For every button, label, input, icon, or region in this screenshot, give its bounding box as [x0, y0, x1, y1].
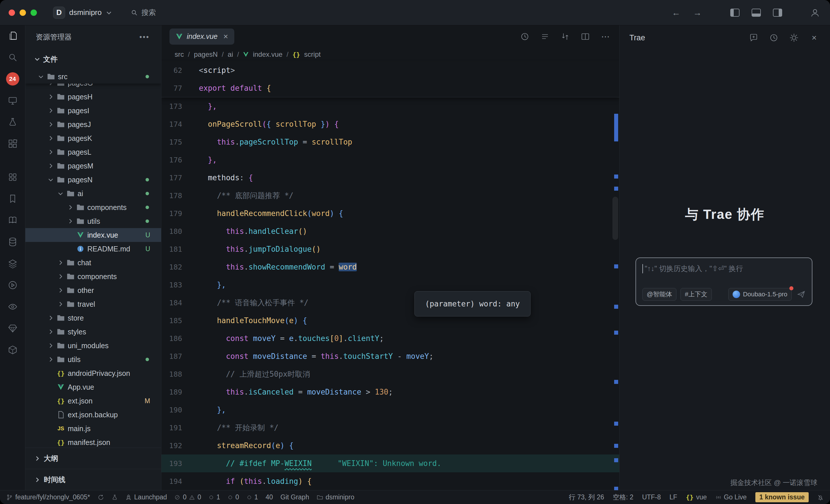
code-line-185[interactable]: 185 handleTouchMove(e) { — [161, 312, 619, 330]
close-button[interactable] — [9, 9, 15, 16]
new-chat-icon[interactable] — [747, 32, 760, 44]
code-line-176[interactable]: 176 }, — [161, 151, 619, 169]
tree-item-manifest.json[interactable]: {}manifest.json — [25, 435, 161, 447]
remote-explorer-icon[interactable] — [5, 93, 21, 108]
project-item[interactable]: dsminipro — [317, 493, 354, 501]
code-line-193[interactable]: 193 // #ifdef MP-WEIXIN"WEIXIN": Unknown… — [161, 455, 619, 472]
sidebar-more-icon[interactable]: ••• — [139, 33, 150, 41]
code-line-189[interactable]: 189 this.isCanceled = moveDistance > 130… — [161, 383, 619, 401]
watch-icon[interactable] — [5, 299, 21, 315]
breadcrumb-ai[interactable]: ai — [228, 51, 233, 59]
line-number[interactable]: 194 — [161, 477, 199, 485]
code-line-62[interactable]: 62<script> — [161, 61, 619, 79]
line-number[interactable]: 184 — [161, 299, 199, 307]
layers-icon[interactable] — [5, 256, 21, 272]
tree-item-uni_modules[interactable]: uni_modules — [25, 339, 161, 352]
line-number[interactable]: 181 — [161, 245, 199, 254]
code-line-177[interactable]: 177 methods: { — [161, 169, 619, 187]
tree-item-index.vue[interactable]: index.vueU — [25, 228, 161, 242]
scrollbar-thumb[interactable] — [612, 197, 618, 240]
tree-item-ai[interactable]: ai — [25, 187, 161, 200]
line-number[interactable]: 185 — [161, 316, 199, 325]
line-number[interactable]: 180 — [161, 227, 199, 236]
split-editor-icon[interactable] — [580, 31, 591, 42]
context-chip[interactable]: #上下文 — [680, 288, 711, 301]
nav-forward-button[interactable]: → — [691, 6, 704, 19]
code-line-179[interactable]: 179 handleRecommendClick(word) { — [161, 204, 619, 222]
breadcrumb-file[interactable]: index.vue — [253, 51, 282, 59]
notifications-item[interactable] — [817, 494, 824, 501]
explorer-icon[interactable] — [5, 28, 21, 44]
beaker-item[interactable] — [111, 494, 118, 501]
tree-item-ext.json[interactable]: {}ext.jsonM — [25, 394, 161, 408]
tree-item-pagesM[interactable]: pagesM — [25, 159, 161, 173]
tree-item-main.js[interactable]: JSmain.js — [25, 422, 161, 435]
account-icon[interactable] — [809, 6, 821, 19]
code-line-188[interactable]: 188 // 上滑超过50px时取消 — [161, 365, 619, 383]
tree-item-androidPrivacy.json[interactable]: {}androidPrivacy.json — [25, 366, 161, 380]
breadcrumb-symbol[interactable]: script — [304, 51, 320, 59]
problems-item[interactable]: 0 0 — [174, 493, 201, 501]
chat-history-icon[interactable] — [768, 32, 780, 44]
line-number[interactable]: 192 — [161, 441, 199, 450]
code-line-190[interactable]: 190 }, — [161, 401, 619, 419]
git-branch-item[interactable]: feature/fyl/zhonglv_0605* — [6, 493, 90, 501]
package-icon[interactable] — [5, 342, 21, 358]
tree-item-pagesH[interactable]: pagesH — [25, 90, 161, 104]
line-number[interactable]: 188 — [161, 370, 199, 378]
tree-item-travel[interactable]: travel — [25, 297, 161, 311]
tree-item-pagesI[interactable]: pagesI — [25, 104, 161, 117]
global-search[interactable]: 搜索 — [131, 8, 156, 17]
cursor-position-item[interactable]: 行 73, 列 26 — [569, 493, 604, 502]
line-number[interactable]: 193 — [161, 459, 199, 468]
database-icon[interactable] — [5, 234, 21, 250]
tree-item-other[interactable]: other — [25, 283, 161, 297]
bookmarks-icon[interactable] — [5, 191, 21, 207]
code-line-182[interactable]: 182 this.showRecommendWord = word — [161, 258, 619, 276]
counter-a-item[interactable]: 1 — [209, 493, 220, 501]
code-line-181[interactable]: 181 this.jumpToDialogue() — [161, 240, 619, 258]
todo-count-item[interactable]: 40 — [265, 493, 273, 501]
minimize-button[interactable] — [20, 9, 26, 16]
debug-icon[interactable] — [5, 114, 21, 130]
tree-item-App.vue[interactable]: App.vue — [25, 380, 161, 394]
tree-item-chat[interactable]: chat — [25, 256, 161, 270]
code-line-77[interactable]: 77export default { — [161, 79, 619, 97]
code-line-186[interactable]: 186 const moveY = e.touches[0].clientY; — [161, 330, 619, 347]
breadcrumb[interactable]: src/ pagesN/ ai/ index.vue/ {} script — [161, 47, 619, 61]
outline-list-icon[interactable] — [539, 31, 551, 42]
launchpad-item[interactable]: Launchpad — [125, 493, 167, 501]
toggle-right-sidebar-button[interactable] — [771, 6, 784, 19]
code-line-180[interactable]: 180 this.handleClear() — [161, 222, 619, 240]
toggle-bottom-panel-button[interactable] — [750, 6, 763, 19]
line-number[interactable]: 183 — [161, 281, 199, 289]
tab-close-icon[interactable]: × — [223, 32, 228, 41]
outline-section-header[interactable]: 大纲 — [25, 447, 161, 469]
tree-item-store[interactable]: store — [25, 311, 161, 325]
code-line-173[interactable]: 173 }, — [161, 97, 619, 115]
indentation-item[interactable]: 空格: 2 — [613, 493, 634, 502]
timeline-history-icon[interactable] — [519, 31, 531, 42]
tab-index-vue[interactable]: index.vue × — [169, 29, 234, 45]
line-number[interactable]: 62 — [161, 66, 199, 75]
code-line-191[interactable]: 191 /** 开始录制 */ — [161, 419, 619, 437]
gem-icon[interactable] — [5, 320, 21, 336]
tree-item-components[interactable]: components — [25, 200, 161, 214]
source-control-badge[interactable]: 24 — [5, 71, 21, 87]
tree-item-src[interactable]: src — [25, 70, 161, 83]
tree-item-styles[interactable]: styles — [25, 325, 161, 339]
nav-back-button[interactable]: ← — [670, 6, 682, 19]
tree-item-pagesL[interactable]: pagesL — [25, 145, 161, 159]
code-line-175[interactable]: 175 this.pageScrollTop = scrollTop — [161, 133, 619, 151]
line-number[interactable]: 178 — [161, 192, 199, 200]
chat-input-box[interactable]: "↑↓" 切换历史输入，"⇧⏎" 换行 @智能体 #上下文 Doubao-1.5… — [635, 258, 812, 306]
apps-grid-icon[interactable] — [5, 169, 21, 185]
settings-gear-icon[interactable] — [788, 32, 800, 44]
line-number[interactable]: 189 — [161, 388, 199, 396]
line-number[interactable]: 191 — [161, 424, 199, 432]
line-number[interactable]: 173 — [161, 102, 199, 110]
overview-ruler[interactable] — [613, 61, 618, 490]
code-line-178[interactable]: 178 /** 底部问题推荐 */ — [161, 187, 619, 204]
counter-c-item[interactable]: 1 — [247, 493, 258, 501]
line-number[interactable]: 182 — [161, 263, 199, 271]
